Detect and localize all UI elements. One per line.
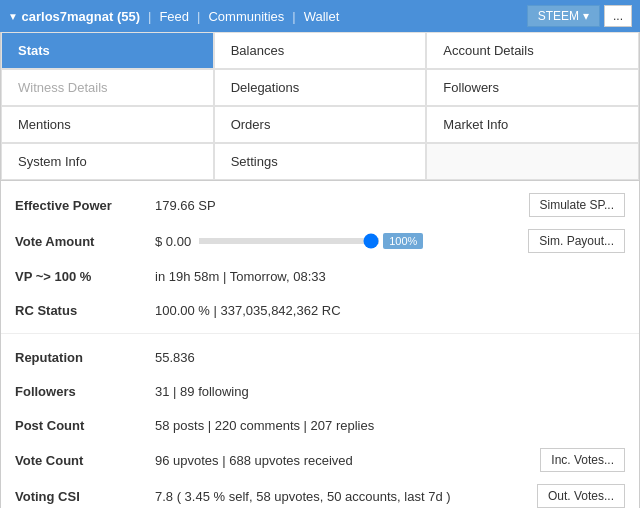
vp-label: VP ~> 100 % (15, 269, 155, 284)
menu-mentions[interactable]: Mentions (1, 106, 214, 143)
reputation-label: Reputation (15, 350, 155, 365)
simulate-sp-button[interactable]: Simulate SP... (529, 193, 625, 217)
vote-amount-value: $ 0.00 (155, 234, 191, 249)
rc-value: 100.00 % | 337,035,842,362 RC (155, 303, 625, 318)
voting-csi-value: 7.8 ( 3.45 % self, 58 upvotes, 50 accoun… (155, 489, 537, 504)
menu-system-info[interactable]: System Info (1, 143, 214, 180)
menu-delegations[interactable]: Delegations (214, 69, 427, 106)
vote-percentage: 100% (383, 233, 423, 249)
voting-csi-row: Voting CSI 7.8 ( 3.45 % self, 58 upvotes… (1, 478, 639, 508)
vote-count-value: 96 upvotes | 688 upvotes received (155, 453, 540, 468)
post-count-value: 58 posts | 220 comments | 207 replies (155, 418, 625, 433)
vote-amount-label: Vote Amount (15, 234, 155, 249)
vote-slider[interactable] (199, 238, 379, 244)
feed-link[interactable]: Feed (159, 9, 189, 24)
menu-orders[interactable]: Orders (214, 106, 427, 143)
inc-votes-action: Inc. Votes... (540, 448, 625, 472)
username-label[interactable]: carlos7magnat (55) (22, 9, 141, 24)
inc-votes-button[interactable]: Inc. Votes... (540, 448, 625, 472)
top-nav: ▼ carlos7magnat (55) | Feed | Communitie… (0, 0, 640, 32)
rc-status-row: RC Status 100.00 % | 337,035,842,362 RC (1, 293, 639, 327)
menu-settings[interactable]: Settings (214, 143, 427, 180)
menu-stats[interactable]: Stats (1, 32, 214, 69)
sim-payout-button[interactable]: Sim. Payout... (528, 229, 625, 253)
separator3: | (292, 9, 295, 24)
post-count-label: Post Count (15, 418, 155, 433)
more-button[interactable]: ... (604, 5, 632, 27)
rc-label: RC Status (15, 303, 155, 318)
separator: | (148, 9, 151, 24)
effective-power-value: 179.66 SP (155, 198, 529, 213)
steem-button[interactable]: STEEM ▾ (527, 5, 600, 27)
stats-section-2: Reputation 55.836 Followers 31 | 89 foll… (1, 334, 639, 508)
out-votes-action: Out. Votes... (537, 484, 625, 508)
post-count-row: Post Count 58 posts | 220 comments | 207… (1, 408, 639, 442)
followers-row: Followers 31 | 89 following (1, 374, 639, 408)
reputation-row: Reputation 55.836 (1, 340, 639, 374)
effective-power-label: Effective Power (15, 198, 155, 213)
vote-slider-container: 100% (199, 233, 423, 249)
stats-section-1: Effective Power 179.66 SP Simulate SP...… (1, 181, 639, 334)
menu-witness-details: Witness Details (1, 69, 214, 106)
effective-power-row: Effective Power 179.66 SP Simulate SP... (1, 187, 639, 223)
menu-empty (426, 143, 639, 180)
vote-amount-content: $ 0.00 100% (155, 233, 528, 249)
reputation-value: 55.836 (155, 350, 625, 365)
voting-csi-label: Voting CSI (15, 489, 155, 504)
menu-balances[interactable]: Balances (214, 32, 427, 69)
out-votes-button[interactable]: Out. Votes... (537, 484, 625, 508)
wallet-link[interactable]: Wallet (304, 9, 340, 24)
vote-amount-row: Vote Amount $ 0.00 100% Sim. Payout... (1, 223, 639, 259)
followers-label: Followers (15, 384, 155, 399)
chevron-down-icon: ▼ (8, 11, 18, 22)
vp-row: VP ~> 100 % in 19h 58m | Tomorrow, 08:33 (1, 259, 639, 293)
vote-count-label: Vote Count (15, 453, 155, 468)
separator2: | (197, 9, 200, 24)
followers-value: 31 | 89 following (155, 384, 625, 399)
stats-area: Effective Power 179.66 SP Simulate SP...… (0, 181, 640, 508)
vote-count-row: Vote Count 96 upvotes | 688 upvotes rece… (1, 442, 639, 478)
sim-payout-action: Sim. Payout... (528, 229, 625, 253)
menu-market-info[interactable]: Market Info (426, 106, 639, 143)
menu-grid: Stats Balances Account Details Witness D… (0, 32, 640, 181)
vp-value: in 19h 58m | Tomorrow, 08:33 (155, 269, 625, 284)
simulate-action: Simulate SP... (529, 193, 625, 217)
menu-account-details[interactable]: Account Details (426, 32, 639, 69)
menu-followers[interactable]: Followers (426, 69, 639, 106)
communities-link[interactable]: Communities (208, 9, 284, 24)
